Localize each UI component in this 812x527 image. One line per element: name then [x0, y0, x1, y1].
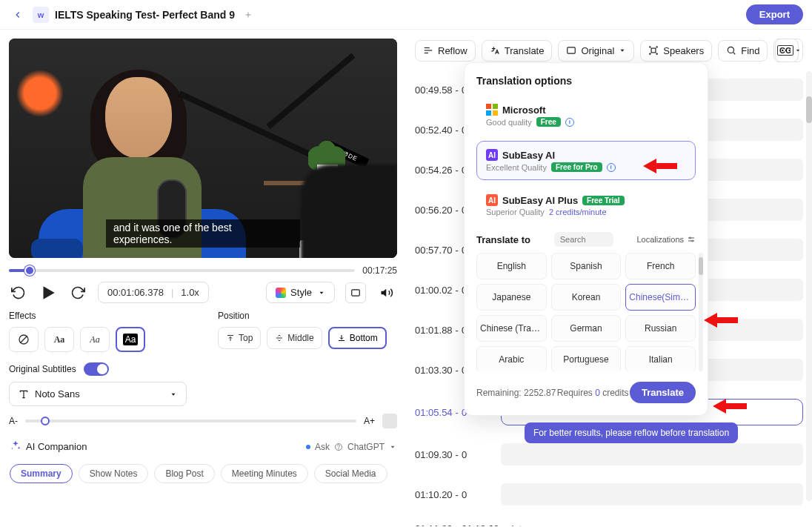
transcript-line[interactable]: 01:10.20-0 — [415, 474, 803, 514]
free-trial-badge: Free Trial — [582, 196, 624, 205]
export-button[interactable]: Export — [746, 4, 803, 24]
remaining-credits: Remaining: 2252.87 — [476, 388, 556, 398]
svg-marker-34 — [796, 50, 799, 51]
language-search-input[interactable] — [554, 232, 613, 247]
svg-marker-23 — [621, 50, 625, 52]
language-grid: EnglishSpanishFrenchJapaneseKoreanChines… — [476, 253, 696, 371]
timestamp: 01:11.82-01:13.62 — [415, 523, 499, 526]
ai-plus-icon: AI — [486, 194, 498, 206]
tag-summary[interactable]: Summary — [10, 464, 73, 483]
position-middle-button[interactable]: Middle — [267, 327, 322, 349]
ask-chatgpt[interactable]: Ask ChatGPT — [306, 442, 396, 452]
svg-point-26 — [656, 47, 657, 47]
style-swatch-icon — [276, 288, 286, 298]
svg-point-17 — [339, 448, 339, 449]
language-option[interactable]: Spanish — [551, 253, 622, 279]
font-name: Noto Sans — [35, 388, 80, 400]
svg-marker-15 — [172, 393, 176, 395]
timestamp: 01:09.30-0 — [415, 449, 496, 460]
svg-point-27 — [650, 53, 650, 54]
language-option[interactable]: Korean — [551, 284, 622, 311]
microsoft-icon — [486, 104, 498, 116]
font-select[interactable]: Noto Sans — [9, 382, 187, 406]
original-subtitles-toggle[interactable] — [84, 362, 109, 376]
find-button[interactable]: Find — [718, 40, 768, 62]
page-title: IELTS Speaking Test- Perfect Band 9 — [55, 9, 235, 21]
translate-button[interactable]: Translate — [482, 40, 553, 62]
svg-point-38 — [692, 240, 693, 242]
video-player[interactable]: RØDE and it was one of the best experien… — [9, 39, 397, 258]
language-option[interactable]: English — [476, 253, 547, 279]
rewind-button[interactable] — [9, 283, 28, 302]
timecode: 00:01:06.378 — [107, 287, 164, 298]
doc-badge: w — [33, 7, 49, 23]
info-icon[interactable]: i — [607, 163, 616, 172]
language-option[interactable]: Arabic — [476, 346, 547, 371]
required-credits: Requires 0 credits — [557, 388, 629, 398]
transcript-placeholder — [501, 483, 803, 506]
style-button[interactable]: Style — [266, 282, 335, 303]
svg-marker-2 — [44, 286, 55, 299]
font-size-increase[interactable]: A+ — [364, 416, 375, 426]
language-option[interactable]: Russian — [625, 315, 696, 342]
play-button[interactable] — [39, 283, 58, 302]
tag-show-notes[interactable]: Show Notes — [79, 464, 149, 483]
language-option[interactable]: Chinese(Simpl... — [625, 284, 696, 311]
volume-button[interactable] — [376, 282, 397, 303]
language-option[interactable]: Chinese (Tradi... — [476, 315, 547, 342]
language-option[interactable]: Italian — [625, 346, 696, 371]
transcript-line[interactable]: 01:11.82-01:13.62a lot — [415, 514, 803, 526]
svg-point-29 — [728, 47, 734, 53]
font-size-preview — [382, 414, 397, 428]
transcript-scrollbar[interactable] — [806, 71, 812, 501]
forward-button[interactable] — [68, 283, 87, 302]
effect-style-1-button[interactable]: Aa — [44, 327, 74, 352]
translate-submit-button[interactable]: Translate — [630, 382, 696, 403]
annotation-arrow-icon — [704, 310, 738, 331]
svg-point-25 — [650, 47, 650, 47]
reflow-button[interactable]: Reflow — [415, 40, 476, 62]
svg-marker-39 — [643, 159, 677, 173]
back-button[interactable] — [9, 6, 27, 24]
playback-speed: 1.0x — [181, 287, 199, 298]
svg-point-37 — [690, 237, 691, 239]
tag-meeting-minutes[interactable]: Meeting Minutes — [221, 464, 308, 483]
language-option[interactable]: German — [551, 315, 622, 342]
svg-rect-24 — [651, 48, 656, 53]
language-option[interactable]: French — [625, 253, 696, 279]
provider-subeasy-ai-plus[interactable]: AI SubEasy AI Plus Free Trial Superior Q… — [476, 186, 696, 225]
effect-none-button[interactable] — [9, 327, 39, 352]
popup-title: Translation options — [476, 75, 696, 87]
font-size-slider[interactable] — [25, 420, 356, 422]
localizations-button[interactable]: Localizations — [636, 235, 696, 244]
provider-microsoft[interactable]: Microsoft Good quality Free i — [476, 96, 696, 135]
svg-marker-3 — [320, 291, 324, 294]
credits-rate: 2 credits/minute — [549, 208, 607, 216]
reflow-hint-tooltip: For better results, please reflow before… — [525, 422, 738, 443]
svg-rect-22 — [568, 47, 576, 53]
video-progress[interactable] — [9, 269, 355, 272]
font-size-decrease[interactable]: A- — [9, 416, 18, 426]
position-bottom-button[interactable]: Bottom — [328, 327, 387, 349]
cc-dropdown[interactable]: CC — [775, 39, 803, 62]
position-top-button[interactable]: Top — [218, 327, 261, 349]
language-option[interactable]: Japanese — [476, 284, 547, 311]
time-display[interactable]: 00:01:06.378 | 1.0x — [98, 282, 209, 303]
speakers-button[interactable]: Speakers — [640, 40, 712, 62]
language-option[interactable]: Portuguese — [551, 346, 622, 371]
style-label: Style — [290, 287, 312, 298]
sparkle-icon — [10, 440, 21, 454]
status-dot-icon — [306, 445, 310, 449]
effect-style-3-button[interactable]: Aa — [116, 327, 145, 352]
effect-style-2-button[interactable]: Aa — [80, 327, 110, 352]
tag-social-media[interactable]: Social Media — [314, 464, 387, 483]
language-scrollbar[interactable] — [699, 253, 703, 371]
translate-to-label: Translate to — [476, 234, 530, 245]
add-tab-button[interactable] — [241, 7, 256, 22]
original-dropdown[interactable]: Original — [558, 40, 634, 62]
info-icon[interactable]: i — [565, 118, 574, 127]
fullscreen-button[interactable] — [345, 282, 366, 303]
tag-blog-post[interactable]: Blog Post — [154, 464, 214, 483]
video-duration: 00:17:25 — [362, 265, 397, 276]
transcript-scroll-thumb[interactable] — [806, 96, 812, 123]
